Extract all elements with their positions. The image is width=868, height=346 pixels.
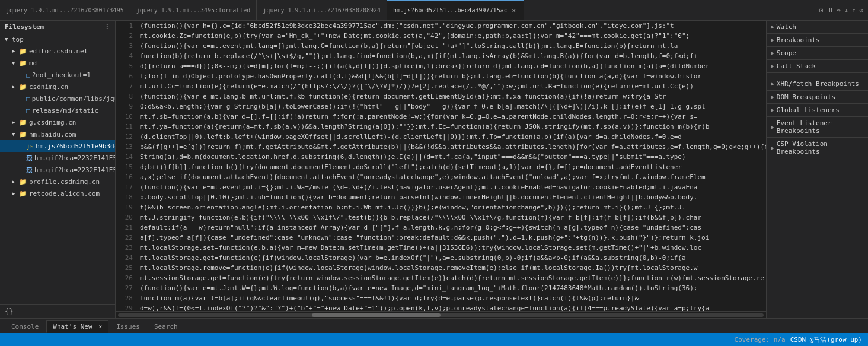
code-line[interactable]: a[f],typeof a[f]){case "undefined":case … xyxy=(140,233,766,243)
sidebar-item-g-csdnimg[interactable]: ▶ 📁 g.csdnimg.cn xyxy=(0,116,115,128)
code-line[interactable]: (function(){var e=mt.J;mt.W={};mt.W.log=… xyxy=(140,283,766,293)
sidebar-item-editor-csdn[interactable]: ▶ 📁 editor.csdn.net xyxy=(0,45,115,57)
dom-breakpoints-header[interactable]: ▶ DOM Breakpoints xyxy=(767,91,868,103)
scope-section-header[interactable]: ▶ Scope xyxy=(767,47,868,59)
line-number: 28 xyxy=(119,293,133,303)
sidebar-item-hm-gif2[interactable]: 🖼 hm.gif?hca=2232E141E5C xyxy=(0,164,115,176)
csp-header[interactable]: ▶ CSP Violation Breakpoints xyxy=(767,138,868,158)
event-listener-header[interactable]: ▶ Event Listener Breakpoints xyxy=(767,117,868,137)
breakpoints-section-header[interactable]: ▶ Breakpoints xyxy=(767,34,868,46)
main-area: Filesystem ⋮ ▼ top ▶ 📁 editor.csdn.net ▼… xyxy=(0,21,868,318)
sidebar-item-public-common[interactable]: □ public/common/libs/jque... xyxy=(0,93,115,104)
step-out-icon[interactable]: ↑ xyxy=(852,7,856,14)
sidebar-item-label: profile.csdnimg.cn xyxy=(29,178,100,186)
sidebar-item-hm-js[interactable]: js hm.js?6bcd52f51e9b3dce... xyxy=(0,140,115,152)
line-number: 3 xyxy=(119,41,133,51)
code-line[interactable]: (function(){var e=mt.lang,b=mt.url;mt.f.… xyxy=(140,91,766,101)
code-content[interactable]: (function(){var h={},c={id:"6bcd52f51e9b… xyxy=(136,21,766,311)
sidebar-item-retcode-alicdn[interactable]: ▶ 📁 retcode.alicdn.com xyxy=(0,188,115,199)
tab-hm-js[interactable]: hm.js?6bcd52f51...bec4a3997715ac × xyxy=(387,0,524,21)
horizontal-scrollbar[interactable] xyxy=(116,311,766,318)
brackets-icon[interactable]: {} xyxy=(5,307,13,316)
close-tab-icon[interactable]: × xyxy=(98,323,102,330)
code-line[interactable]: a,x);else if(document.attachEvent){docum… xyxy=(140,172,766,182)
close-icon[interactable]: × xyxy=(510,6,518,15)
global-listeners-header[interactable]: ▶ Global Listeners xyxy=(767,104,868,116)
code-line[interactable]: mt.localStorage.set=function(e,b,a){var … xyxy=(140,243,766,253)
line-number: 16 xyxy=(119,172,133,182)
code-line[interactable]: mt.f.ya=function(a){return(a=mt.f.sb(a,v… xyxy=(140,122,766,132)
tab-label: jquery-1.9.1.mi...3495:formatted xyxy=(136,7,251,14)
sidebar-item-label: hm.gif?hca=2232E141E5C xyxy=(34,166,116,174)
pause-icon[interactable]: ⏸ xyxy=(827,7,834,14)
code-line[interactable]: mt.J.stringify=function(e,b){if("\\\\ \\… xyxy=(140,212,766,223)
code-line[interactable]: (function(){var h={},c={id:"6bcd52f51e9b… xyxy=(140,21,766,31)
sidebar-item-hm-gif1[interactable]: 🖼 hm.gif?hca=2232E141E5C xyxy=(0,152,115,164)
collapse-arrow-icon: ▶ xyxy=(771,50,774,56)
sidebar-item-label: md xyxy=(29,59,37,67)
code-line[interactable]: function m(a){var l=b[a];if(q&&clearTime… xyxy=(140,293,766,303)
sidebar-item-label: hm.js?6bcd52f51e9b3dce... xyxy=(36,142,116,150)
code-line[interactable]: mt.localStorage.remove=function(e){if(wi… xyxy=(140,263,766,273)
code-line[interactable]: String(a),d=b.m(document.location.href,d… xyxy=(140,152,766,162)
watch-section-header[interactable]: ▶ Watch xyxy=(767,21,868,33)
xhr-breakpoints-header[interactable]: ▶ XHR/fetch Breakpoints xyxy=(767,78,868,90)
scope-label: Scope xyxy=(777,49,796,57)
code-line[interactable]: d=w),r&&(f=(0<=f.indexOf("?")?"&":"?")+(… xyxy=(140,303,766,311)
code-container[interactable]: 1234567891011121314151617181920212223242… xyxy=(116,21,766,311)
code-line[interactable]: 0;d&&a<b.length;){var g=String(b[a]).toL… xyxy=(140,101,766,112)
maximize-icon[interactable]: ⊡ xyxy=(819,7,824,14)
csp-section: ▶ CSP Violation Breakpoints xyxy=(767,138,868,158)
code-line[interactable]: b&&(f[g++]=e[g])}return f};mt.f.getAttri… xyxy=(140,142,766,152)
tab-jquery3[interactable]: jquery-1.9.1.mi...?21670380208924 xyxy=(257,0,387,21)
code-line[interactable]: default:if(a===w)return"null";if(a insta… xyxy=(140,223,766,233)
file-icon: □ xyxy=(26,71,30,79)
tab-search[interactable]: Search xyxy=(148,320,184,333)
image-icon: 🖼 xyxy=(26,166,33,174)
step-over-icon[interactable]: ↷ xyxy=(837,7,841,14)
code-line[interactable]: mt.sessionStorage.get=function(e){try{re… xyxy=(140,273,766,283)
code-line[interactable]: d){return a===d}});0<--m;){k=d[m];for(f=… xyxy=(140,61,766,71)
code-line[interactable]: (function(){var e=mt.event;mt.lang={};mt… xyxy=(140,41,766,51)
code-line[interactable]: (d.clientTop||0),left:b.left+(window.pag… xyxy=(140,132,766,142)
call-stack-section-header[interactable]: ▶ Call Stack xyxy=(767,60,868,72)
tab-issues[interactable]: Issues xyxy=(110,320,146,333)
sidebar-item-profile-csdnimg[interactable]: ▶ 📁 profile.csdnimg.cn xyxy=(0,176,115,188)
tab-whats-new[interactable]: What's New × xyxy=(46,320,108,333)
code-line[interactable]: mt.localStorage.get=function(e){if(windo… xyxy=(140,253,766,263)
xhr-label: XHR/fetch Breakpoints xyxy=(777,80,859,88)
sidebar-item-csdnimg[interactable]: ▶ 📁 csdnimg.cn xyxy=(0,81,115,93)
tab-console[interactable]: Console xyxy=(5,320,45,333)
folder-icon: 📁 xyxy=(19,178,27,186)
line-numbers: 1234567891011121314151617181920212223242… xyxy=(116,21,136,311)
code-line[interactable]: t)&&(b=screen.orientation.angle);mt.i.or… xyxy=(140,202,766,212)
tab-jquery1[interactable]: jquery-1.9.1.mi...?21670380173495 xyxy=(0,0,130,21)
code-line[interactable]: b.body.scrollTop||0,10)};mt.i.ub=functio… xyxy=(140,192,766,202)
filesystem-label: Filesystem xyxy=(5,23,44,31)
code-line[interactable]: mt.url.Cc=function(e){return(e=e.match(/… xyxy=(140,81,766,91)
code-line[interactable]: (function(){var e=mt.event;mt.i={};mt.i.… xyxy=(140,182,766,192)
tab-jquery2[interactable]: jquery-1.9.1.mi...3495:formatted xyxy=(130,0,257,21)
line-number: 18 xyxy=(119,192,133,202)
step-into-icon[interactable]: ↓ xyxy=(844,7,848,14)
sidebar-item-not-checkout[interactable]: □ ?not_checkout=1 xyxy=(0,69,115,81)
code-line[interactable]: d;b++)}f[b]].function b(){try{document.d… xyxy=(140,162,766,172)
sidebar-menu-icon[interactable]: ⋮ xyxy=(104,23,110,31)
tab-bar: jquery-1.9.1.mi...?21670380173495 jquery… xyxy=(0,0,868,21)
code-line[interactable]: function(b){return b.replace(/^\s+|\s+$/… xyxy=(140,51,766,61)
code-line[interactable]: f;for(f in d)Object.prototype.hasOwnProp… xyxy=(140,71,766,81)
sidebar-item-md[interactable]: ▼ 📁 md xyxy=(0,57,115,69)
sidebar-item-label: editor.csdn.net xyxy=(29,47,88,55)
scroll-track[interactable] xyxy=(118,313,764,317)
sidebar-item-label: g.csdnimg.cn xyxy=(29,119,76,126)
scroll-thumb[interactable] xyxy=(312,313,441,317)
code-line[interactable]: mt.cookie.Zc=function(e,b){try{var a="Hm… xyxy=(140,31,766,41)
sidebar-item-release-md[interactable]: □ release/md/static xyxy=(0,104,115,116)
sidebar-item-top[interactable]: ▼ top xyxy=(0,33,115,45)
line-number: 29 xyxy=(119,303,133,311)
code-line[interactable]: mt.f.sb=function(a,b){var d=[],f=[];if(!… xyxy=(140,112,766,122)
sidebar-header: Filesystem ⋮ xyxy=(0,21,115,33)
deactivate-icon[interactable]: ⊘ xyxy=(859,7,863,14)
sidebar-item-hm-baidu[interactable]: ▼ 📁 hm.baidu.com xyxy=(0,128,115,140)
line-number: 25 xyxy=(119,263,133,273)
